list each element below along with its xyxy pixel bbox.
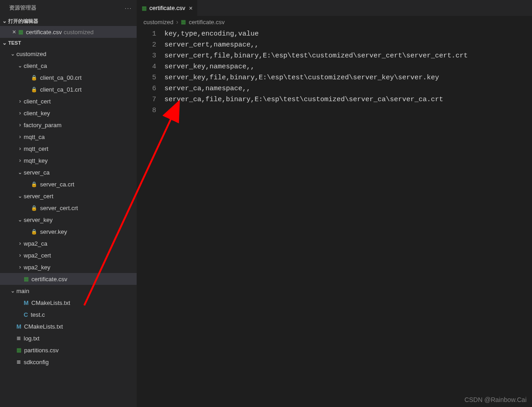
- code-line[interactable]: server_ca,namespace,,: [164, 83, 532, 94]
- tree-item-client-ca[interactable]: ⌄client_ca: [0, 60, 137, 72]
- cmake-file-icon: M: [24, 299, 29, 306]
- line-number: 7: [137, 94, 156, 105]
- tree-item-label: certificate.csv: [31, 276, 67, 283]
- tree-item-label: server_cert: [24, 193, 53, 200]
- tree-item-cmakelists-txt[interactable]: MCMakeLists.txt: [0, 320, 137, 332]
- line-number: 4: [137, 62, 156, 72]
- chevron-down-icon: ⌄: [16, 193, 24, 199]
- line-number: 8: [137, 105, 156, 116]
- lock-file-icon: 🔒: [31, 229, 37, 235]
- tree-item-server-key[interactable]: 🔒server.key: [0, 226, 137, 237]
- tree-item-client-cert[interactable]: ›client_cert: [0, 95, 137, 107]
- chevron-right-icon: ›: [16, 157, 24, 164]
- chevron-right-icon: ›: [176, 18, 179, 26]
- tree-item-label: sdkconfig: [24, 359, 49, 366]
- line-numbers: 12345678: [137, 28, 164, 407]
- project-label: TEST: [8, 40, 21, 46]
- code-line[interactable]: server_ca,file,binary,E:\esp\test\custom…: [164, 94, 532, 105]
- chevron-right-icon: ›: [16, 134, 24, 140]
- tree-item-label: wpa2_key: [24, 264, 51, 271]
- tree-item-server-key[interactable]: ⌄server_key: [0, 214, 137, 226]
- tab-bar: ▦ certificate.csv ×: [137, 0, 532, 16]
- tree-item-client-ca-01-crt[interactable]: 🔒client_ca_01.crt: [0, 83, 137, 95]
- chevron-right-icon: ›: [16, 110, 24, 116]
- tree-item-client-ca-00-crt[interactable]: 🔒client_ca_00.crt: [0, 72, 137, 83]
- tree-item-server-ca[interactable]: ⌄server_ca: [0, 166, 137, 178]
- tree-item-server-ca-crt[interactable]: 🔒server_ca.crt: [0, 178, 137, 190]
- tree-item-wpa2-cert[interactable]: ›wpa2_cert: [0, 249, 137, 261]
- table-file-icon: ▦: [142, 5, 147, 11]
- tree-item-wpa2-ca[interactable]: ›wpa2_ca: [0, 237, 137, 249]
- c-file-icon: C: [24, 311, 28, 318]
- chevron-down-icon: ⌄: [9, 51, 16, 57]
- tab-certificate[interactable]: ▦ certificate.csv ×: [137, 0, 198, 16]
- code-line[interactable]: server_key,namespace,,: [164, 62, 532, 72]
- chevron-right-icon: ›: [16, 240, 24, 247]
- tree-item-label: client_ca_00.crt: [40, 74, 82, 81]
- line-number: 1: [137, 29, 156, 40]
- sidebar: 资源管理器 ··· ⌄ 打开的编辑器 × ▦ certificate.csv c…: [0, 0, 137, 407]
- table-file-icon: ▦: [24, 276, 29, 282]
- table-file-icon: ▦: [16, 347, 21, 353]
- tree-item-main[interactable]: ⌄main: [0, 285, 137, 297]
- tree-item-label: client_cert: [24, 98, 51, 105]
- code-line[interactable]: key,type,encoding,value: [164, 29, 532, 40]
- tree-item-client-key[interactable]: ›client_key: [0, 107, 137, 119]
- tree-item-wpa2-key[interactable]: ›wpa2_key: [0, 261, 137, 273]
- editor-area: ▦ certificate.csv × customized › ▦ certi…: [137, 0, 532, 407]
- lock-file-icon: 🔒: [31, 181, 37, 187]
- tree-item-certificate-csv[interactable]: ▦certificate.csv: [0, 273, 137, 285]
- cmake-file-icon: M: [16, 323, 21, 330]
- breadcrumb-folder[interactable]: customized: [143, 19, 174, 26]
- chevron-down-icon: ⌄: [1, 18, 8, 24]
- chevron-right-icon: ›: [16, 122, 24, 128]
- more-actions-icon[interactable]: ···: [125, 5, 132, 11]
- sidebar-header: 资源管理器 ···: [0, 0, 137, 16]
- tree-item-label: factory_param: [24, 122, 61, 129]
- tree-item-server-cert-crt[interactable]: 🔒server_cert.crt: [0, 202, 137, 214]
- tree-item-label: client_key: [24, 110, 50, 117]
- lock-file-icon: 🔒: [31, 75, 37, 81]
- tree-item-server-cert[interactable]: ⌄server_cert: [0, 190, 137, 202]
- tree-item-log-txt[interactable]: ≣log.txt: [0, 332, 137, 344]
- project-header[interactable]: ⌄ TEST: [0, 38, 137, 48]
- close-icon[interactable]: ×: [189, 5, 193, 12]
- line-number: 2: [137, 40, 156, 51]
- code-line[interactable]: server_cert,namespace,,: [164, 40, 532, 51]
- tree-item-factory-param[interactable]: ›factory_param: [0, 119, 137, 131]
- tree-item-test-c[interactable]: Ctest.c: [0, 309, 137, 320]
- tree-item-mqtt-key[interactable]: ›mqtt_key: [0, 155, 137, 166]
- code-line[interactable]: server_key,file,binary,E:\esp\test\custo…: [164, 72, 532, 83]
- tree-item-label: wpa2_cert: [24, 252, 51, 259]
- chevron-right-icon: ›: [16, 145, 24, 152]
- tree-item-mqtt-ca[interactable]: ›mqtt_ca: [0, 131, 137, 143]
- code-line[interactable]: server_cert,file,binary,E:\esp\test\cust…: [164, 51, 532, 62]
- chevron-down-icon: ⌄: [1, 40, 8, 46]
- tree-item-label: CMakeLists.txt: [31, 299, 70, 306]
- tree-item-partitions-csv[interactable]: ▦partitions.csv: [0, 344, 137, 356]
- tree-item-customized[interactable]: ⌄customized: [0, 48, 137, 60]
- tree-item-sdkconfig[interactable]: ≣sdkconfig: [0, 356, 137, 368]
- tree-item-label: mqtt_ca: [24, 134, 45, 140]
- code-line[interactable]: [164, 105, 532, 116]
- line-number: 5: [137, 72, 156, 83]
- lock-file-icon: 🔒: [31, 205, 37, 211]
- tree-item-cmakelists-txt[interactable]: MCMakeLists.txt: [0, 297, 137, 309]
- tree-item-label: server_ca.crt: [40, 181, 74, 188]
- breadcrumb[interactable]: customized › ▦ certificate.csv: [137, 16, 532, 28]
- file-tree: ⌄customized⌄client_ca🔒client_ca_00.crt🔒c…: [0, 48, 137, 407]
- code-editor[interactable]: 12345678 key,type,encoding,valueserver_c…: [137, 28, 532, 407]
- open-editor-item[interactable]: × ▦ certificate.csv customized: [0, 26, 137, 38]
- close-icon[interactable]: ×: [10, 28, 18, 36]
- open-editors-header[interactable]: ⌄ 打开的编辑器: [0, 16, 137, 26]
- tree-item-label: server_key: [24, 216, 53, 223]
- table-file-icon: ▦: [181, 19, 186, 25]
- tree-item-mqtt-cert[interactable]: ›mqtt_cert: [0, 143, 137, 155]
- tree-item-label: client_ca_01.crt: [40, 86, 82, 93]
- tree-item-label: test.c: [31, 311, 45, 318]
- open-editor-folder: customized: [64, 29, 94, 36]
- chevron-right-icon: ›: [16, 252, 24, 258]
- code-content[interactable]: key,type,encoding,valueserver_cert,names…: [164, 28, 532, 407]
- breadcrumb-file[interactable]: certificate.csv: [189, 19, 225, 26]
- tree-item-label: mqtt_key: [24, 157, 48, 164]
